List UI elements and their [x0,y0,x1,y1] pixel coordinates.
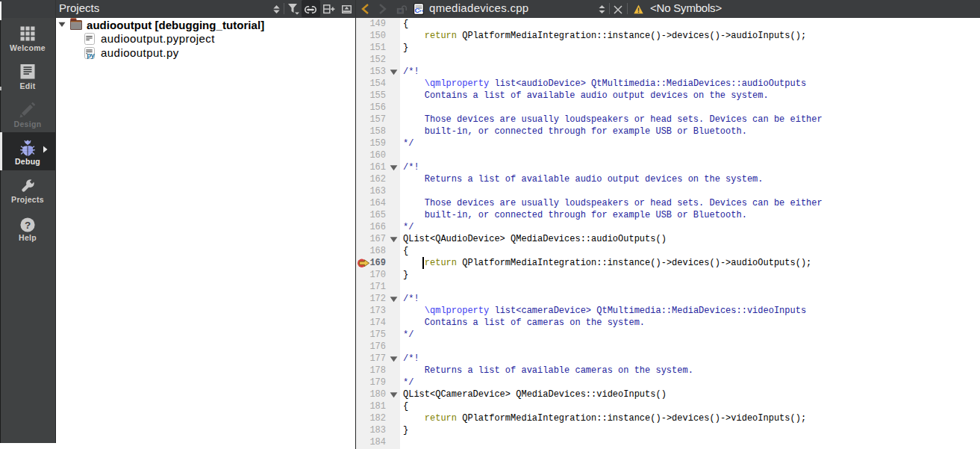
svg-text:++: ++ [419,7,424,13]
svg-text:py: py [87,51,95,59]
svg-text:?: ? [25,220,31,231]
